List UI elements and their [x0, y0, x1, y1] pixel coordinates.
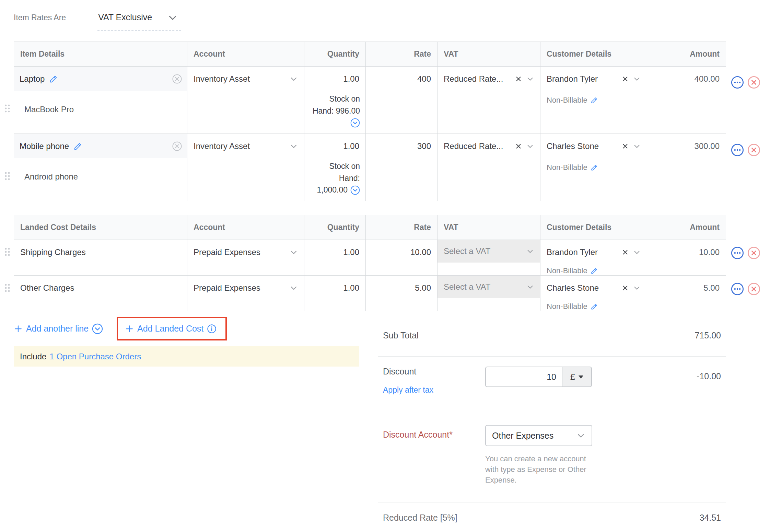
rate-input[interactable]: 5.00	[366, 276, 437, 300]
plus-icon	[14, 324, 23, 333]
quantity-input[interactable]: 1.00	[304, 240, 365, 264]
account-select[interactable]: Inventory Asset	[187, 134, 304, 158]
drag-handle[interactable]	[4, 247, 11, 256]
customer-value: Brandon Tyler	[547, 247, 598, 257]
row-delete-icon[interactable]	[747, 76, 760, 89]
clear-vat-icon[interactable]	[515, 75, 522, 83]
col-amount: Amount	[647, 42, 726, 67]
item-rates-dropdown[interactable]: VAT Exclusive	[97, 10, 181, 31]
row-delete-icon[interactable]	[747, 246, 760, 259]
customer-select[interactable]: Charles Stone	[540, 276, 647, 300]
account-value: Inventory Asset	[194, 141, 250, 151]
chevron-down-icon	[290, 75, 298, 83]
landed-cost-name: Shipping Charges	[20, 247, 86, 257]
quantity-input[interactable]: 1.00	[304, 67, 365, 91]
account-select[interactable]: Prepaid Expenses	[187, 276, 304, 300]
edit-pencil-icon[interactable]	[49, 74, 58, 83]
item-name: Laptop	[20, 74, 45, 84]
vat-select-placeholder[interactable]: Select a VAT	[438, 240, 540, 263]
vat-value: Reduced Rate...	[444, 141, 503, 151]
col-vat: VAT	[438, 42, 540, 67]
stock-expand-icon[interactable]	[350, 118, 360, 128]
add-landed-cost-button[interactable]: Add Landed Cost	[125, 324, 217, 334]
customer-select[interactable]: Brandon Tyler	[540, 240, 647, 264]
drag-handle[interactable]	[4, 284, 11, 292]
chevron-down-icon	[633, 75, 641, 83]
edit-pencil-icon[interactable]	[73, 142, 82, 151]
apply-after-tax-link[interactable]: Apply after tax	[383, 385, 433, 395]
item-name-field[interactable]: Laptop	[14, 67, 187, 91]
stock-expand-icon[interactable]	[350, 185, 360, 195]
col-account: Account	[187, 215, 304, 240]
add-another-line-button[interactable]: Add another line	[14, 323, 103, 334]
clear-customer-icon[interactable]	[621, 284, 629, 292]
discount-account-help-text: You can create a new account with type a…	[485, 454, 588, 485]
drag-handle[interactable]	[4, 104, 11, 113]
add-line-menu-icon[interactable]	[92, 323, 103, 334]
edit-pencil-icon[interactable]	[590, 267, 598, 275]
vat-select-placeholder[interactable]: Select a VAT	[438, 276, 540, 298]
totals-summary: Sub Total 715.00 Discount Apply after ta…	[378, 325, 726, 523]
stock-on-hand: Stock on Hand: 996.00	[304, 91, 365, 129]
item-name-field[interactable]: Mobile phone	[14, 134, 187, 158]
tax-label: Reduced Rate [5%]	[383, 513, 457, 523]
clear-item-icon[interactable]	[172, 141, 182, 151]
account-value: Prepaid Expenses	[194, 283, 260, 293]
rate-value: 10.00	[410, 247, 431, 257]
customer-select[interactable]: Charles Stone	[540, 134, 647, 158]
edit-pencil-icon[interactable]	[590, 303, 598, 310]
landed-cost-name-field[interactable]: Other Charges	[14, 276, 187, 300]
col-item-details: Item Details	[14, 42, 187, 67]
account-select[interactable]: Prepaid Expenses	[187, 240, 304, 264]
row-actions	[731, 246, 760, 259]
customer-select[interactable]: Brandon Tyler	[540, 67, 647, 91]
info-icon[interactable]	[207, 324, 217, 334]
table-row: Mobile phone Android phone Inventory Ass…	[14, 134, 726, 201]
vat-select[interactable]: Reduced Rate...	[438, 67, 540, 91]
chevron-down-icon	[633, 142, 641, 150]
row-delete-icon[interactable]	[747, 282, 760, 296]
rate-input[interactable]: 400	[366, 67, 437, 91]
item-name: Mobile phone	[20, 141, 69, 151]
col-rate: Rate	[366, 42, 438, 67]
clear-vat-icon[interactable]	[515, 142, 522, 150]
clear-item-icon[interactable]	[172, 74, 182, 84]
sub-total-label: Sub Total	[383, 331, 419, 340]
col-rate: Rate	[366, 215, 438, 240]
customer-value: Charles Stone	[547, 283, 599, 293]
rate-input[interactable]: 300	[366, 134, 437, 158]
billable-label: Non-Billable	[547, 302, 587, 311]
item-rates-value: VAT Exclusive	[98, 12, 152, 22]
discount-input[interactable]	[485, 367, 562, 387]
account-select[interactable]: Inventory Asset	[187, 67, 304, 91]
discount-label: Discount	[383, 367, 485, 377]
landed-cost-table: Landed Cost Details Account Quantity Rat…	[14, 215, 726, 311]
quantity-input[interactable]: 1.00	[304, 276, 365, 300]
row-more-icon[interactable]	[731, 76, 744, 89]
item-table-header-row: Item Details Account Quantity Rate VAT C…	[14, 42, 726, 67]
discount-type-dropdown[interactable]: £	[562, 367, 592, 387]
account-value: Prepaid Expenses	[194, 247, 260, 257]
quantity-input[interactable]: 1.00	[304, 134, 365, 158]
vat-select[interactable]: Reduced Rate...	[438, 134, 540, 158]
landed-cost-name-field[interactable]: Shipping Charges	[14, 240, 187, 264]
discount-account-select[interactable]: Other Expenses	[485, 425, 592, 446]
item-description: Android phone	[14, 158, 187, 182]
col-landed-cost-details: Landed Cost Details	[14, 215, 187, 240]
quantity-value: 1.00	[343, 283, 359, 293]
edit-pencil-icon[interactable]	[590, 164, 598, 171]
rate-input[interactable]: 10.00	[366, 240, 437, 264]
row-delete-icon[interactable]	[747, 143, 760, 157]
row-more-icon[interactable]	[731, 246, 744, 259]
chevron-down-icon	[633, 284, 641, 292]
row-more-icon[interactable]	[731, 282, 744, 296]
chevron-down-icon	[168, 13, 177, 22]
edit-pencil-icon[interactable]	[590, 96, 598, 104]
clear-customer-icon[interactable]	[621, 142, 629, 150]
row-more-icon[interactable]	[731, 143, 744, 157]
clear-customer-icon[interactable]	[621, 248, 629, 256]
clear-customer-icon[interactable]	[621, 75, 629, 83]
plus-icon	[125, 324, 134, 333]
open-purchase-orders-link[interactable]: 1 Open Purchase Orders	[49, 352, 141, 361]
drag-handle[interactable]	[4, 172, 11, 181]
